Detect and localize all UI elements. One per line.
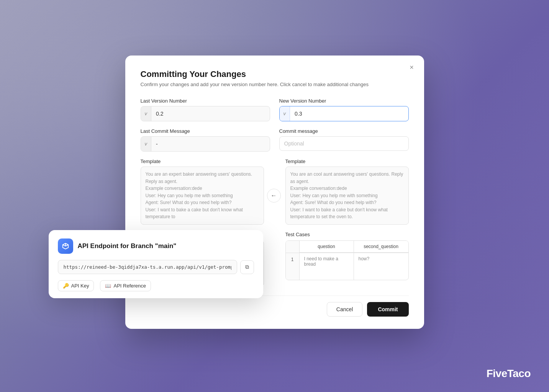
- commit-message-label: Commit message: [279, 128, 409, 134]
- dialog-subtitle: Confirm your changes and add your new ve…: [141, 82, 409, 87]
- test-table-row-1: 1 I need to make a bread how?: [286, 253, 408, 280]
- api-popup-links: 🔑 API Key 📖 API Reference: [58, 280, 254, 291]
- last-commit-input-wrapper: v: [141, 136, 270, 152]
- last-commit-input[interactable]: [151, 137, 270, 151]
- new-version-input[interactable]: [290, 106, 408, 121]
- commit-message-input[interactable]: [279, 136, 409, 151]
- api-icon: [58, 238, 73, 254]
- api-popup-header: API Endpoint for Branch "main": [58, 238, 254, 254]
- last-version-label: Last Version Number: [141, 98, 270, 104]
- api-key-label: API Key: [71, 283, 89, 289]
- left-template-group: Template You are an expert baker answeri…: [141, 158, 264, 225]
- new-version-prefix: v: [280, 106, 290, 121]
- right-template-label: Template: [285, 158, 409, 164]
- test-table-header: question second_question: [286, 241, 408, 253]
- api-reference-label: API Reference: [113, 283, 146, 289]
- right-template-box: You are an cool aunt answering users' qu…: [285, 167, 409, 225]
- copy-url-button[interactable]: ⧉: [240, 260, 254, 274]
- new-version-label: New Version Number: [279, 98, 409, 104]
- api-reference-button[interactable]: 📖 API Reference: [100, 280, 151, 291]
- left-template-box: You are an expert baker answering users'…: [141, 167, 264, 225]
- book-icon: 📖: [105, 283, 111, 289]
- last-version-input[interactable]: [151, 106, 270, 121]
- key-icon: 🔑: [63, 283, 69, 289]
- new-version-input-wrapper: v: [279, 106, 409, 121]
- api-url-input[interactable]: [58, 260, 237, 274]
- template-section: Template You are an expert baker answeri…: [141, 158, 409, 225]
- api-popup-title: API Endpoint for Branch "main": [78, 242, 177, 250]
- last-version-group: Last Version Number v: [141, 98, 270, 121]
- commit-message-group: Commit message: [279, 128, 409, 152]
- commit-dialog: × Committing Your Changes Confirm your c…: [125, 56, 424, 329]
- right-test-cases-group: Test Cases question second_question 1 I …: [285, 232, 409, 286]
- test-col2-header: second_question: [354, 241, 408, 253]
- test-cases-table: question second_question 1 I need to mak…: [285, 240, 409, 280]
- left-template-text: You are an expert baker answering users'…: [146, 172, 252, 220]
- right-test-cases-label: Test Cases: [285, 232, 409, 237]
- api-url-row: ⧉: [58, 260, 254, 274]
- fivetaco-logo: FiveTaco: [487, 368, 531, 380]
- test-row-col2: how?: [354, 253, 408, 280]
- api-endpoint-popup: API Endpoint for Branch "main" ⧉ 🔑 API K…: [49, 230, 263, 298]
- dialog-footer: Cancel Commit: [141, 296, 409, 317]
- last-version-input-wrapper: v: [141, 106, 270, 121]
- last-version-prefix: v: [141, 106, 152, 121]
- cancel-button[interactable]: Cancel: [327, 302, 363, 317]
- new-version-group: New Version Number v: [279, 98, 409, 121]
- right-template-group: Template You are an cool aunt answering …: [285, 158, 409, 225]
- left-template-label: Template: [141, 158, 264, 164]
- copy-icon: ⧉: [245, 264, 249, 270]
- api-key-button[interactable]: 🔑 API Key: [58, 280, 94, 291]
- close-button[interactable]: ×: [406, 62, 417, 73]
- last-commit-label: Last Commit Message: [141, 128, 270, 134]
- test-col1-header: question: [300, 241, 354, 253]
- test-row-number-header: [286, 241, 300, 253]
- last-commit-group: Last Commit Message v: [141, 128, 270, 152]
- merge-arrow-button[interactable]: ←: [267, 189, 281, 203]
- test-row-num: 1: [286, 253, 300, 280]
- right-template-text: You are an cool aunt answering users' qu…: [290, 172, 403, 220]
- dialog-title: Committing Your Changes: [141, 69, 409, 79]
- last-commit-prefix: v: [141, 137, 152, 151]
- test-row-col1: I need to make a bread: [300, 253, 354, 280]
- commit-button[interactable]: Commit: [367, 302, 408, 317]
